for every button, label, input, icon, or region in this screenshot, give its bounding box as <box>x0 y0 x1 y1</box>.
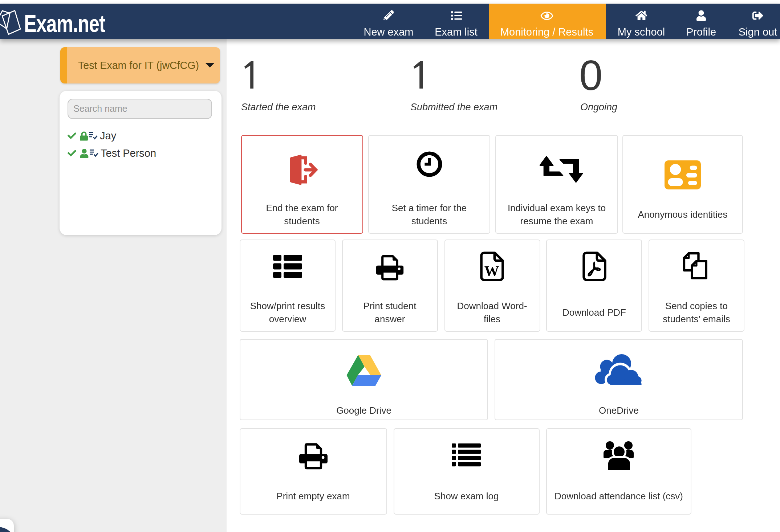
svg-text:W: W <box>484 263 499 279</box>
